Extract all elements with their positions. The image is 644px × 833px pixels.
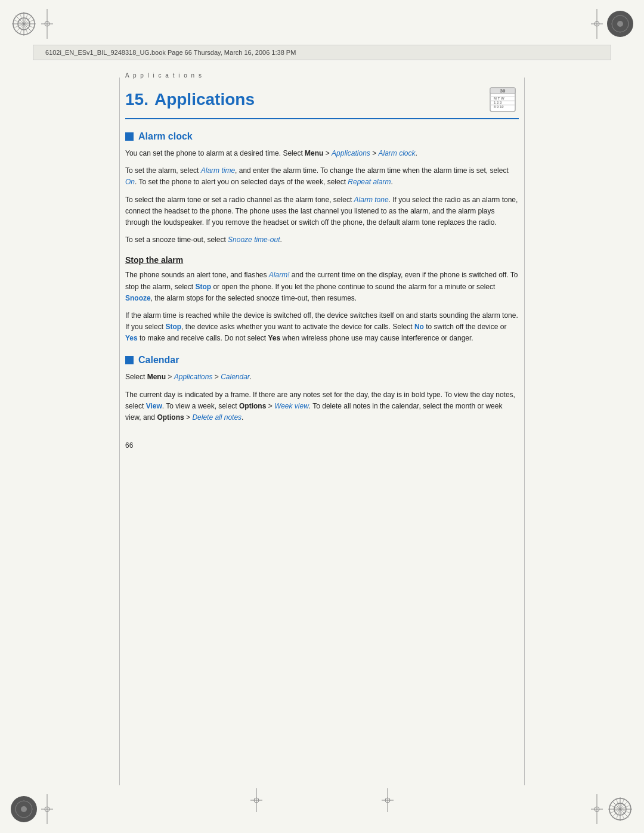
blue-square-calendar-icon [125,356,134,364]
calendar-paragraph-1: Select Menu > Applications > Calendar. [125,371,519,383]
svg-text:30: 30 [500,88,506,94]
alarm-paragraph-1: You can set the phone to alarm at a desi… [125,148,519,159]
calendar-link: Calendar [221,373,250,381]
alarm-clock-heading: Alarm clock [138,131,193,142]
corner-br [591,794,635,824]
sunburst-tl-icon [9,9,39,39]
corner-tr [591,9,635,39]
svg-text:M T W: M T W [494,97,504,100]
menu-link-1: Menu [305,149,323,157]
applications-link-1: Applications [332,149,370,157]
crosshair-tl-icon [41,9,53,39]
sunburst-br-icon [605,794,635,824]
alarm-clock-link-1: Alarm clock [379,149,416,157]
repeat-alarm-link: Repeat alarm [348,178,391,186]
alarm-paragraph-2: To set the alarm, select Alarm time, and… [125,165,519,188]
yes-link: Yes [125,334,138,342]
alarm-time-link: Alarm time [201,166,235,175]
yes-bold: Yes [268,334,280,342]
page: 6102i_EN_ESv1_BIL_9248318_UG.book Page 6… [0,0,644,833]
stop-alarm-paragraph-2: If the alarm time is reached while the d… [125,310,519,345]
header-bar: 6102i_EN_ESv1_BIL_9248318_UG.book Page 6… [33,45,611,60]
chapter-number: 15. [125,90,148,109]
chapter-icon: 30 M T W 1 2 3 8 9 10 [489,85,519,114]
svg-point-18 [617,21,623,27]
snooze-timeout-link: Snooze time-out [228,236,280,244]
bottom-crosshair-right-icon [382,788,394,812]
crosshair-br-icon [591,794,603,824]
chapter-title: 15. Applications 30 M T W 1 2 3 8 9 10 [125,85,519,119]
right-margin-line [524,78,525,785]
alarm-tone-link: Alarm tone [354,196,389,204]
applications-link-2: Applications [174,373,213,381]
corner-tl [9,9,53,39]
svg-text:1 2 3: 1 2 3 [494,101,502,104]
header-bar-text: 6102i_EN_ESv1_BIL_9248318_UG.book Page 6… [45,49,296,56]
options-link-2: Options [157,413,184,422]
corner-bl [9,794,53,824]
breadcrumb: A p p l i c a t i o n s [125,72,519,79]
menu-link-2: Menu [147,373,166,381]
week-view-link: Week view [274,402,309,410]
calendar-heading: Calendar [138,355,179,366]
svg-text:8 9 10: 8 9 10 [494,105,504,109]
chapter-title-text: Applications [154,90,255,109]
crosshair-bl-icon [41,794,53,824]
alarm-flash-link: Alarm! [269,271,290,279]
stop-alarm-paragraph-1: The phone sounds an alert tone, and flas… [125,270,519,304]
dark-circle-bl-icon [9,794,39,824]
alarm-paragraph-3: To select the alarm tone or set a radio … [125,194,519,229]
blue-square-icon [125,132,134,141]
on-link: On [125,178,135,186]
alarm-paragraph-4: To set a snooze time-out, select Snooze … [125,234,519,246]
options-link-1: Options [239,402,266,410]
section-calendar: Calendar [125,355,519,366]
page-number: 66 [125,441,519,450]
main-content: A p p l i c a t i o n s 15. Applications… [125,72,519,450]
delete-all-notes-link: Delete all notes [192,413,242,422]
view-link: View [146,402,162,410]
stop-alarm-heading: Stop the alarm [125,255,519,265]
bottom-crosshair-left-icon [250,788,262,812]
bottom-center-markers [250,788,394,812]
calendar-paragraph-2: The current day is indicated by a frame.… [125,389,519,424]
left-margin-line [119,78,120,785]
crosshair-tr-icon [591,9,603,39]
no-link: No [414,323,424,331]
stop-link-2: Stop [165,323,181,331]
snooze-link: Snooze [125,294,151,302]
section-alarm-clock: Alarm clock [125,131,519,142]
dark-circle-tr-icon [605,9,635,39]
svg-point-30 [21,806,27,812]
stop-link-1: Stop [195,283,211,291]
